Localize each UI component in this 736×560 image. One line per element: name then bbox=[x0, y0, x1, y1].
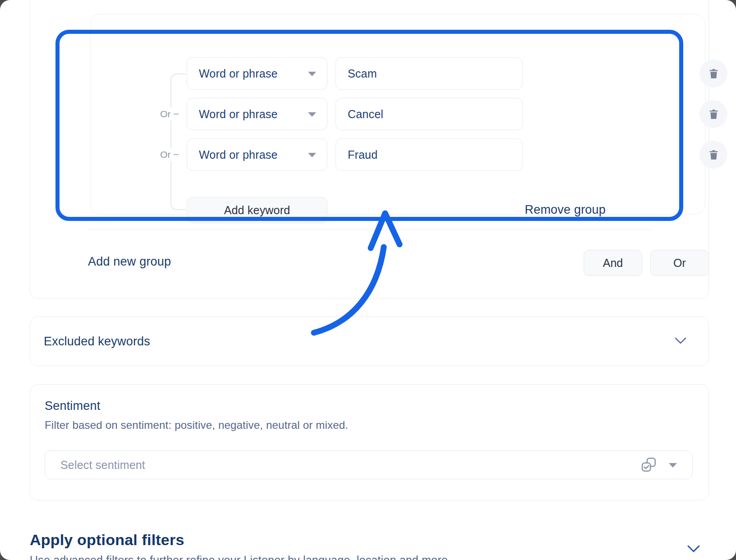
sentiment-select[interactable]: Select sentiment bbox=[45, 450, 693, 479]
keyword-type-label: Word or phrase bbox=[199, 67, 278, 80]
keyword-input[interactable] bbox=[336, 98, 523, 130]
keywords-section-card: Word or phrase Or Word or phrase bbox=[30, 0, 709, 299]
optional-filters-title: Apply optional filters bbox=[30, 531, 184, 549]
keyword-input[interactable] bbox=[336, 57, 523, 90]
excluded-keywords-title: Excluded keywords bbox=[44, 335, 150, 349]
keyword-type-select[interactable]: Word or phrase bbox=[187, 138, 327, 171]
sentiment-title: Sentiment bbox=[45, 399, 100, 413]
trash-icon bbox=[708, 68, 720, 80]
sentiment-card: Sentiment Filter based on sentiment: pos… bbox=[30, 384, 709, 500]
optional-filters-description: Use advanced filters to further refine y… bbox=[30, 554, 448, 560]
connector-dash bbox=[174, 154, 179, 155]
and-operator-button[interactable]: And bbox=[584, 250, 642, 276]
excluded-keywords-card[interactable]: Excluded keywords bbox=[30, 317, 709, 366]
keyword-row: Or Word or phrase bbox=[91, 138, 705, 171]
chevron-down-icon bbox=[669, 463, 677, 468]
trash-icon bbox=[708, 149, 720, 161]
delete-keyword-button[interactable] bbox=[699, 60, 727, 87]
keyword-type-label: Word or phrase bbox=[199, 148, 278, 161]
keyword-input[interactable] bbox=[336, 138, 523, 171]
remove-group-button[interactable]: Remove group bbox=[525, 203, 606, 217]
trash-icon bbox=[708, 108, 720, 120]
delete-keyword-button[interactable] bbox=[699, 100, 727, 128]
chevron-down-icon bbox=[308, 72, 316, 76]
multi-select-check-icon bbox=[641, 457, 657, 473]
sentiment-description: Filter based on sentiment: positive, neg… bbox=[45, 419, 348, 431]
section-divider bbox=[88, 230, 651, 230]
keyword-type-label: Word or phrase bbox=[199, 108, 278, 121]
chevron-down-icon bbox=[308, 153, 316, 157]
delete-keyword-button[interactable] bbox=[699, 141, 727, 169]
keyword-type-select[interactable]: Word or phrase bbox=[187, 98, 327, 130]
connector-dash bbox=[174, 114, 179, 115]
add-new-group-button[interactable]: Add new group bbox=[88, 255, 171, 269]
chevron-down-icon[interactable] bbox=[686, 545, 701, 554]
add-keyword-button[interactable]: Add keyword bbox=[187, 197, 327, 223]
keyword-row: Word or phrase bbox=[91, 57, 705, 90]
or-connector-label: Or bbox=[158, 148, 180, 161]
sentiment-placeholder: Select sentiment bbox=[60, 459, 641, 472]
keyword-type-select[interactable]: Word or phrase bbox=[187, 57, 327, 90]
keyword-row: Or Word or phrase bbox=[91, 98, 705, 130]
keyword-group-card: Word or phrase Or Word or phrase bbox=[90, 14, 705, 215]
chevron-down-icon bbox=[308, 112, 316, 117]
or-connector-label: Or bbox=[158, 108, 180, 120]
listener-setup-page: Word or phrase Or Word or phrase bbox=[0, 0, 736, 560]
or-operator-button[interactable]: Or bbox=[650, 250, 709, 276]
chevron-down-icon[interactable] bbox=[674, 337, 687, 345]
